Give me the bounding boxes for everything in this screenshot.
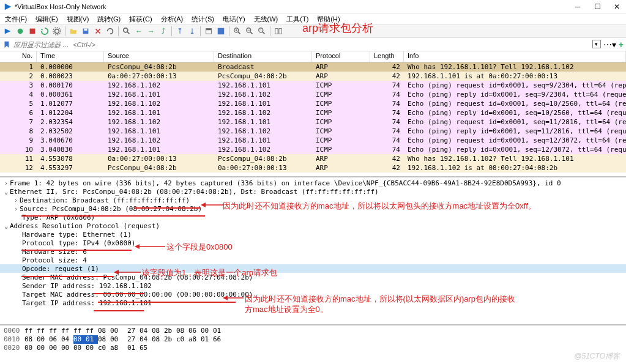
packet-row[interactable]: 61.012204192.168.1.101192.168.1.102ICMP7… <box>0 108 626 117</box>
packet-row[interactable]: 72.032354192.168.1.102192.168.1.101ICMP7… <box>0 117 626 127</box>
minimize-button[interactable]: ─ <box>573 2 582 11</box>
eth-type-line[interactable]: Type: ARP (0x0806) <box>0 213 626 221</box>
menubar: 文件(F)编辑(E)视图(V)跳转(G)捕获(C)分析(A)统计(S)电话(Y)… <box>0 13 626 24</box>
packet-row[interactable]: 51.012077192.168.1.102192.168.1.101ICMP7… <box>0 99 626 108</box>
col-source[interactable]: Source <box>104 51 214 62</box>
eth-src-line[interactable]: ›Source: PcsCompu_04:08:2b (08:00:27:04:… <box>0 204 626 213</box>
next-icon[interactable]: → <box>146 26 157 37</box>
svg-point-0 <box>18 29 23 34</box>
maximize-button[interactable]: ☐ <box>593 2 602 11</box>
col-length[interactable]: Length <box>370 51 404 62</box>
restart-capture-icon[interactable] <box>39 26 50 37</box>
close-file-icon[interactable] <box>92 26 103 37</box>
arp-protosize-line[interactable]: Protocol size: 4 <box>0 256 626 264</box>
resize-cols-icon[interactable] <box>273 26 284 37</box>
stop-capture-icon[interactable] <box>27 26 38 37</box>
hex-line[interactable]: 0020000000000000c0a80165 <box>4 344 622 352</box>
packet-row[interactable]: 10.000000PcsCompu_04:08:2bBroadcastARP42… <box>0 62 626 72</box>
svg-line-18 <box>250 32 253 34</box>
collapse-icon[interactable]: ⌄ <box>2 188 10 196</box>
svg-marker-2 <box>41 29 43 31</box>
zoom-out-icon[interactable] <box>244 26 255 37</box>
eth-dst-line[interactable]: ›Destination: Broadcast (ff:ff:ff:ff:ff:… <box>0 196 626 204</box>
menu-item-2[interactable]: 视图(V) <box>67 15 89 24</box>
filter-dropdown-button[interactable]: ▾ <box>592 40 601 48</box>
menu-item-5[interactable]: 分析(A) <box>161 15 184 24</box>
col-info[interactable]: Info <box>404 51 626 62</box>
menu-item-10[interactable]: 帮助(H) <box>317 15 340 24</box>
fin-icon[interactable] <box>2 26 13 37</box>
col-destination[interactable]: Destination <box>214 51 312 62</box>
svg-rect-10 <box>206 29 212 31</box>
last-packet-icon[interactable]: ⤓ <box>187 26 198 37</box>
expand-icon[interactable]: › <box>12 196 20 204</box>
prev-icon[interactable]: ← <box>133 26 144 37</box>
packet-row[interactable]: 124.553297PcsCompu_04:08:2b0a:00:27:00:0… <box>0 163 626 173</box>
bookmark-icon[interactable] <box>2 40 11 49</box>
autoscroll-icon[interactable] <box>203 26 214 37</box>
ethernet-line[interactable]: ⌄Ethernet II, Src: PcsCompu_04:08:2b (08… <box>0 187 626 196</box>
packet-row[interactable]: 82.032502192.168.1.101192.168.1.102ICMP7… <box>0 127 626 136</box>
filter-expression-button[interactable]: ⋯▾ <box>603 40 616 50</box>
zoom-reset-icon[interactable]: 1 <box>256 26 267 37</box>
packet-details[interactable]: ›Frame 1: 42 bytes on wire (336 bits), 4… <box>0 176 626 324</box>
display-filter-input[interactable] <box>13 41 592 48</box>
arp-hwsize-line[interactable]: Hardware size: 6 <box>0 247 626 256</box>
collapse-icon[interactable]: ⌄ <box>2 222 10 230</box>
packet-list[interactable]: 10.000000PcsCompu_04:08:2bBroadcastARP42… <box>0 62 626 173</box>
menu-item-7[interactable]: 电话(Y) <box>223 15 245 24</box>
arp-targetip-line[interactable]: Target IP address: 192.168.1.101 <box>0 299 626 307</box>
hex-line[interactable]: 001008000604000108002704082bc0a80166 <box>4 335 622 344</box>
arp-line[interactable]: ⌄Address Resolution Protocol (request) <box>0 221 626 230</box>
open-icon[interactable] <box>68 26 79 37</box>
menu-item-9[interactable]: 工具(T) <box>286 15 308 24</box>
packet-row[interactable]: 30.000170192.168.1.102192.168.1.101ICMP7… <box>0 81 626 90</box>
filter-add-button[interactable]: + <box>619 40 624 50</box>
packet-row[interactable]: 114.5530780a:00:27:00:00:13PcsCompu_04:0… <box>0 154 626 163</box>
arp-senderip-line[interactable]: Sender IP address: 192.168.1.102 <box>0 281 626 290</box>
options-icon[interactable] <box>51 26 62 37</box>
start-capture-icon[interactable] <box>15 26 26 37</box>
expand-icon[interactable]: › <box>12 205 20 213</box>
svg-line-15 <box>238 32 240 34</box>
arp-hw-line[interactable]: Hardware type: Ethernet (1) <box>0 230 626 239</box>
jump-icon[interactable]: ⤴ <box>158 26 169 37</box>
svg-rect-1 <box>30 29 35 34</box>
arp-proto-line[interactable]: Protocol type: IPv4 (0x0800) <box>0 239 626 247</box>
colorize-icon[interactable] <box>215 26 226 37</box>
arp-opcode-line[interactable]: Opcode: request (1) <box>0 264 626 273</box>
menu-item-0[interactable]: 文件(F) <box>5 15 27 24</box>
titlebar: *VirtualBox Host-Only Network ─ ☐ ✕ <box>0 0 626 13</box>
menu-item-3[interactable]: 跳转(G) <box>97 15 121 24</box>
packet-row[interactable]: 103.040830192.168.1.101192.168.1.102ICMP… <box>0 145 626 154</box>
menu-item-4[interactable]: 捕获(C) <box>129 15 152 24</box>
find-icon[interactable] <box>121 26 132 37</box>
col-protocol[interactable]: Protocol <box>312 51 370 62</box>
first-packet-icon[interactable]: ⤒ <box>174 26 185 37</box>
packet-row[interactable]: 40.000361192.168.1.101192.168.1.102ICMP7… <box>0 90 626 99</box>
reload-icon[interactable] <box>105 26 116 37</box>
svg-point-3 <box>55 29 59 34</box>
toolbar: ← → ⤴ ⤒ ⤓ 1 <box>0 24 626 38</box>
watermark: @51CTO博客 <box>574 351 620 362</box>
zoom-in-icon[interactable] <box>232 26 243 37</box>
hex-dump[interactable]: 0000ffffffffffff08002704082b080600010010… <box>0 324 626 352</box>
packet-row[interactable]: 20.0000230a:00:27:00:00:13PcsCompu_04:08… <box>0 72 626 81</box>
expand-icon[interactable]: › <box>2 179 10 187</box>
close-button[interactable]: ✕ <box>613 2 621 11</box>
arp-sendermac-line[interactable]: Sender MAC address: PcsCompu_04:08:2b (0… <box>0 273 626 281</box>
svg-rect-6 <box>84 29 87 31</box>
col-time[interactable]: Time <box>37 51 104 62</box>
save-icon[interactable] <box>80 26 91 37</box>
menu-item-1[interactable]: 编辑(E) <box>35 15 58 24</box>
packet-row[interactable]: 93.040670192.168.1.102192.168.1.101ICMP7… <box>0 136 626 145</box>
arp-targetmac-line[interactable]: Target MAC address: 00:00:00_00:00:00 (0… <box>0 290 626 299</box>
menu-item-6[interactable]: 统计(S) <box>192 15 214 24</box>
frame-line[interactable]: ›Frame 1: 42 bytes on wire (336 bits), 4… <box>0 179 626 187</box>
packet-list-header[interactable]: No. Time Source Destination Protocol Len… <box>0 51 626 62</box>
hex-line[interactable]: 0000ffffffffffff08002704082b08060001 <box>4 327 622 335</box>
filterbar: ▾ ⋯▾ + <box>0 38 626 51</box>
col-no[interactable]: No. <box>0 51 37 62</box>
window-title: *VirtualBox Host-Only Network <box>15 3 573 10</box>
menu-item-8[interactable]: 无线(W) <box>254 15 278 24</box>
